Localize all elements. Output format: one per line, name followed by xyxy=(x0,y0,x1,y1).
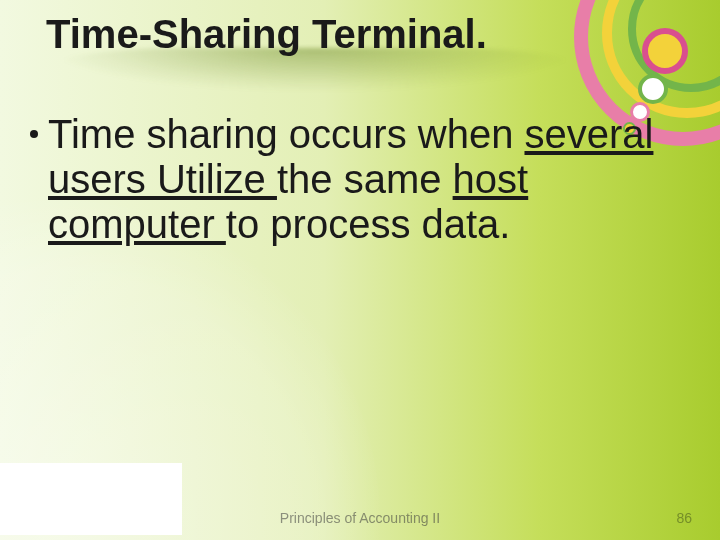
footer-text: Principles of Accounting II xyxy=(0,510,720,526)
slide-title: Time-Sharing Terminal. xyxy=(46,8,584,56)
bullet-content: Time sharing occurs when several users U… xyxy=(48,112,686,246)
text-segment: to process data. xyxy=(226,202,511,246)
body-text: Time sharing occurs when several users U… xyxy=(30,112,686,246)
page-number: 86 xyxy=(676,510,692,526)
bullet-icon xyxy=(30,130,38,138)
text-segment: the same xyxy=(277,157,453,201)
slide: Time-Sharing Terminal. Time sharing occu… xyxy=(0,0,720,540)
text-segment: Time sharing occurs when xyxy=(48,112,524,156)
title-area: Time-Sharing Terminal. xyxy=(46,8,584,88)
